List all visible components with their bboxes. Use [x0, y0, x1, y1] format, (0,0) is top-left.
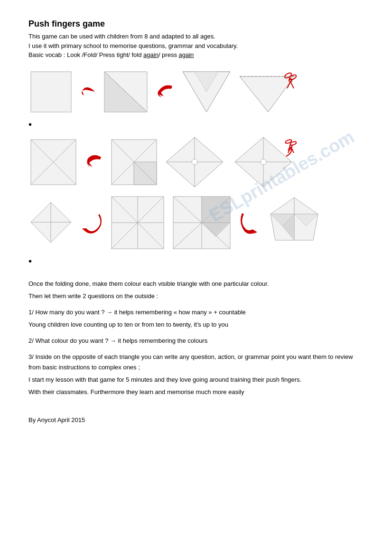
bullet-1: • — [28, 119, 364, 130]
step8-svg — [230, 135, 297, 189]
step7-svg — [164, 135, 225, 189]
intro-line3: Basic vocab : Look /Fold/ Press tight/ f… — [28, 50, 364, 60]
footer-text: By Anycot April 2015 — [28, 416, 364, 423]
arrow4-svg — [78, 209, 104, 235]
intro-line1: This game can be used with children from… — [28, 32, 364, 41]
question2-section: 2/ What colour do you want ? → it helps … — [28, 336, 364, 346]
step9-svg — [28, 200, 74, 245]
step1-svg — [28, 69, 74, 114]
q1-suffix: it helps remembering « how many » + coun… — [114, 309, 246, 316]
arrow5-svg — [237, 208, 263, 237]
arrow-right-2: → — [108, 337, 118, 344]
arrow1-svg — [78, 82, 97, 101]
step10-svg — [109, 194, 166, 251]
step12-svg — [268, 195, 320, 250]
svg-rect-0 — [31, 72, 71, 112]
intro-section: This game can be used with children from… — [28, 32, 364, 60]
svg-marker-60 — [202, 197, 230, 223]
step5-svg — [28, 137, 78, 187]
question1-section: 1/ How many do you want ? → it helps rem… — [28, 307, 364, 330]
q2-prefix: 2/ What colour do you want ? — [28, 337, 108, 344]
q3-line2: I start my lesson with that game for 5 m… — [28, 375, 364, 385]
svg-marker-9 — [240, 76, 294, 112]
footer: By Anycot April 2015 — [28, 416, 364, 423]
intro-line3-prefix: Basic vocab : Look /Fold/ Press tight/ f… — [28, 51, 143, 58]
arrow3-svg — [83, 150, 104, 174]
svg-point-41 — [261, 159, 266, 165]
intro-again2: again — [179, 51, 194, 58]
diagrams-section: • — [28, 69, 364, 267]
page-title: Push fingers game — [28, 19, 364, 29]
svg-line-16 — [290, 82, 294, 88]
step11-svg — [171, 194, 233, 251]
svg-point-33 — [192, 159, 197, 165]
diagram-row-2 — [28, 135, 364, 189]
step2-svg — [102, 69, 149, 114]
question1: 1/ How many do you want ? → it helps rem… — [28, 307, 364, 318]
q1-prefix: 1/ How many do you want ? — [28, 309, 104, 316]
arrow-right-1: → — [104, 309, 114, 316]
diagram-row-3 — [28, 194, 364, 251]
instructions-section: Once the folding done, make them colour … — [28, 279, 364, 398]
step4-svg — [237, 69, 299, 114]
arrow2-svg — [154, 82, 176, 101]
question2: 2/ What colour do you want ? → it helps … — [28, 336, 364, 346]
intro-again1: again — [143, 51, 159, 58]
q3-line3: With their classmates. Furthermore they … — [28, 387, 364, 397]
bullet-2: • — [28, 256, 364, 267]
q1-sub: Young children love counting up to ten o… — [28, 320, 364, 330]
question3-section: 3/ Inside on the opposite of each triang… — [28, 352, 364, 397]
instructions-para1-section: Once the folding done, make them colour … — [28, 279, 364, 301]
q2-suffix: it helps remembering the colours — [118, 337, 208, 344]
intro-line2: I use it with primary school to memorise… — [28, 41, 364, 51]
step6-svg — [109, 137, 159, 187]
instructions-para1: Once the folding done, make them colour … — [28, 279, 364, 289]
step3-svg — [180, 69, 233, 114]
diagram-row-1 — [28, 69, 364, 114]
q3-title: 3/ Inside on the opposite of each triang… — [28, 352, 364, 373]
intro-line3-middle: / press — [159, 51, 179, 58]
instructions-para2: Then let them write 2 questions on the o… — [28, 291, 364, 301]
